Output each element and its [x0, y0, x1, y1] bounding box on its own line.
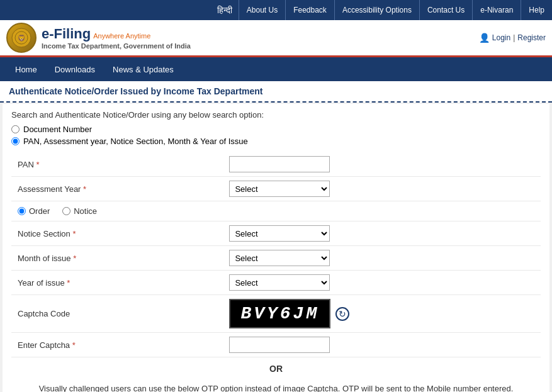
- search-options: Document Number PAN, Assessment year, No…: [11, 125, 541, 146]
- search-option-1[interactable]: Document Number: [11, 125, 541, 134]
- pan-field-label: PAN: [18, 160, 34, 169]
- page-title: Authenticate Notice/Order Issued by Inco…: [9, 86, 543, 96]
- order-notice-row: Order Notice: [11, 201, 541, 221]
- top-navigation: हिन्दी About Us Feedback Accessibility O…: [0, 0, 552, 20]
- year-label: Year of issue: [18, 278, 65, 288]
- otp-description: Visually challenged users can use the be…: [39, 384, 514, 392]
- captcha-required: *: [72, 340, 76, 350]
- order-radio[interactable]: [18, 207, 26, 215]
- notice-section-row: Notice Section * Select: [11, 221, 541, 246]
- e-nivaran-link[interactable]: e-Nivaran: [472, 0, 521, 20]
- doc-number-label: Document Number: [23, 125, 92, 134]
- year-select[interactable]: Select: [229, 274, 330, 291]
- enter-captcha-label: Enter Captcha: [18, 340, 70, 350]
- captcha-image: BVY6JM: [229, 299, 330, 328]
- header-inner: 🦁 e-Filing Anywhere Anytime Income Tax D…: [0, 20, 552, 55]
- main-navigation: Home Downloads News & Updates: [0, 57, 552, 81]
- captcha-input[interactable]: [229, 337, 330, 353]
- pan-row: PAN *: [11, 152, 541, 177]
- month-label: Month of issue: [18, 254, 71, 263]
- contact-us-link[interactable]: Contact Us: [419, 0, 472, 20]
- pan-label: PAN, Assessment year, Notice Section, Mo…: [23, 137, 248, 146]
- hindi-link[interactable]: हिन्दी: [217, 5, 232, 16]
- order-option[interactable]: Order: [18, 206, 50, 216]
- help-link[interactable]: Help: [521, 0, 552, 20]
- efiling-brand: e-Filing: [42, 26, 91, 42]
- year-row: Year of issue * Select: [11, 271, 541, 295]
- notice-section-required: *: [72, 229, 76, 238]
- page-title-bar: Authenticate Notice/Order Issued by Inco…: [0, 81, 552, 103]
- dept-subtitle: Income Tax Department, Government of Ind…: [42, 42, 191, 50]
- form-container: Search and Authenticate Notice/Order usi…: [3, 104, 549, 392]
- register-link[interactable]: Register: [517, 33, 546, 42]
- efiling-logo-text: e-Filing Anywhere Anytime Income Tax Dep…: [42, 26, 191, 50]
- govt-emblem: 🦁: [6, 23, 37, 53]
- svg-text:🦁: 🦁: [18, 34, 26, 42]
- notice-section-select[interactable]: Select: [229, 225, 330, 242]
- doc-number-radio[interactable]: [11, 125, 20, 133]
- pan-required: *: [36, 160, 39, 169]
- nav-downloads[interactable]: Downloads: [46, 57, 104, 81]
- assessment-year-required: *: [83, 184, 86, 194]
- notice-label: Notice: [74, 206, 97, 216]
- header: 🦁 e-Filing Anywhere Anytime Income Tax D…: [0, 20, 552, 57]
- form-description: Search and Authenticate Notice/Order usi…: [11, 110, 541, 120]
- pan-input[interactable]: [229, 156, 330, 172]
- captcha-row: Captcha Code BVY6JM ↻: [11, 295, 541, 333]
- notice-option[interactable]: Notice: [62, 206, 97, 216]
- top-nav-links: About Us Feedback Accessibility Options …: [239, 0, 552, 20]
- or-separator: OR: [11, 357, 541, 380]
- search-option-2[interactable]: PAN, Assessment year, Notice Section, Mo…: [11, 137, 541, 146]
- header-logo-area: 🦁 e-Filing Anywhere Anytime Income Tax D…: [6, 23, 191, 53]
- about-us-link[interactable]: About Us: [239, 0, 285, 20]
- year-required: *: [67, 278, 70, 288]
- notice-radio[interactable]: [62, 207, 70, 215]
- month-select[interactable]: Select: [229, 250, 330, 266]
- month-required: *: [73, 254, 76, 263]
- captcha-label: Captcha Code: [18, 309, 70, 318]
- enter-captcha-row: Enter Captcha *: [11, 333, 541, 357]
- form-table: PAN * Assessment Year * Select: [11, 152, 541, 357]
- feedback-link[interactable]: Feedback: [285, 0, 334, 20]
- efiling-tagline: Anywhere Anytime: [93, 32, 150, 40]
- order-notice-options: Order Notice: [18, 206, 534, 216]
- assessment-year-label: Assessment Year: [18, 184, 81, 194]
- notice-section-label: Notice Section: [18, 229, 70, 238]
- login-link[interactable]: Login: [492, 33, 510, 42]
- captcha-display: BVY6JM ↻: [229, 299, 349, 328]
- nav-news-updates[interactable]: News & Updates: [104, 57, 183, 81]
- accessibility-options-link[interactable]: Accessibility Options: [334, 0, 419, 20]
- assessment-year-select[interactable]: Select: [229, 181, 330, 197]
- login-area: 👤 Login | Register: [479, 33, 546, 43]
- nav-home[interactable]: Home: [6, 57, 46, 81]
- person-icon: 👤: [479, 33, 490, 43]
- captcha-refresh-icon[interactable]: ↻: [335, 307, 349, 321]
- assessment-year-row: Assessment Year * Select: [11, 177, 541, 201]
- month-row: Month of issue * Select: [11, 246, 541, 271]
- order-label: Order: [29, 206, 50, 216]
- otp-section: Visually challenged users can use the be…: [11, 380, 541, 392]
- pan-radio[interactable]: [11, 137, 20, 145]
